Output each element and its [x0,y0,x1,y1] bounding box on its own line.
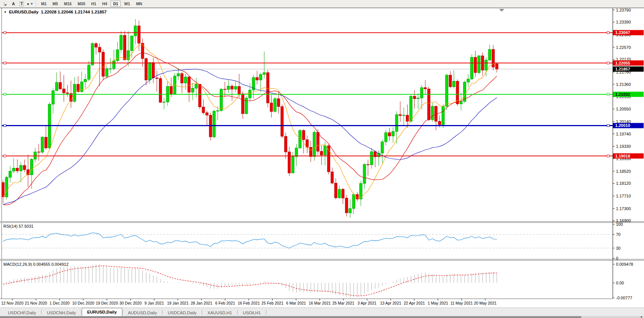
candle-body [470,57,473,79]
date-axis-label: 21 Nov 2020 [25,301,47,305]
collapse-chart-icon[interactable]: ▼ [4,10,7,14]
moving-average-ma-mid[interactable] [3,53,497,205]
hline-anchor[interactable] [4,155,6,157]
candle-body [152,63,155,78]
rsi-axis-label: 100 [616,222,623,227]
candle-body [216,110,219,111]
date-axis-label: 19 Dec 2020 [96,301,118,305]
date-axis-label: 22 Apr 2021 [404,301,425,305]
rsi-axis-label: 70 [616,232,620,237]
timeframe-button-m5[interactable]: M5 [50,1,61,7]
scrollbar-thumb[interactable] [0,316,581,318]
candle-body [95,44,97,47]
tab-divider [123,310,123,315]
hline-anchor[interactable] [607,62,609,64]
macd-axis-label: 0.009478 [616,262,633,266]
candle-body [87,65,90,80]
price-axis-label: 1.18520 [616,169,631,174]
scrollbar-left-arrow-icon[interactable]: ◄ [640,315,643,318]
candle-body [467,79,470,82]
timeframe-button-m1[interactable]: M1 [38,1,49,7]
macd-axis-label: 0.00 [616,281,624,285]
candle-body [55,82,58,91]
timeframe-button-m30[interactable]: M30 [75,1,88,7]
candle-body [62,89,65,93]
candle-body [130,36,133,50]
text-tool-button[interactable]: T [18,1,26,7]
candle-body [417,98,419,99]
price-axis-label: 1.19330 [616,144,631,149]
rsi-axis-label: 30 [616,246,620,250]
candle-body [66,93,69,94]
timeframe-button-h4[interactable]: H4 [100,1,110,7]
candle-body [113,61,115,69]
candle-body [295,148,298,156]
candle-body [120,35,123,50]
date-axis-label: 30 Dec 2020 [120,301,142,305]
candle-body [370,152,373,165]
symbol-tab-usdcnh[interactable]: USDCNH,Daily [42,309,81,317]
price-axis-label: 1.22570 [616,45,631,50]
chart-title: ▼EURUSD,Daily 1.22028 1.22046 1.21744 1.… [4,10,106,14]
hline-anchor[interactable] [4,31,6,34]
timeframe-button-d1[interactable]: D1 [111,1,121,7]
symbol-tab-usoil[interactable]: USOil,H1 [238,309,266,317]
candle-body [309,147,312,157]
fibonacci-tool-button[interactable]: F [1,1,9,7]
date-axis-label: 1 May 2021 [428,301,448,305]
arrow-tools-button[interactable]: ►▼ [26,1,34,7]
candle-body [45,137,47,148]
candle-body [438,121,441,125]
price-axis-label: 1.23790 [616,8,631,12]
candle-body [41,137,44,152]
candle-body [428,89,430,120]
symbol-tab-usdcad[interactable]: USDCAD,Daily [163,309,201,317]
timeframe-button-w1[interactable]: W1 [121,1,133,7]
candle-body [52,91,55,104]
hline-anchor[interactable] [4,93,6,96]
candle-body [181,74,183,83]
candle-body [9,171,12,177]
horizontal-scrollbar[interactable]: ◄ [0,316,644,318]
timeframe-button-h1[interactable]: H1 [89,1,99,7]
candle-body [306,140,309,147]
symbol-tab-usdchf[interactable]: USDCHF,Daily [3,309,41,317]
candle-body [134,26,137,36]
candle-body [331,172,334,183]
candle-body [281,107,284,137]
candle-body [385,132,387,142]
hline-anchor[interactable] [4,62,6,64]
chart-canvas[interactable]: 1.237901.233901.229801.225701.221701.217… [0,0,644,318]
timeframe-group: M1M5M15M30H1H4D1W1MN [38,1,145,7]
symbol-tab-eurusd[interactable]: EURUSD,Daily [82,308,122,317]
timeframe-button-mn[interactable]: MN [133,1,145,7]
candle-body [342,189,344,198]
candle-body [170,87,173,94]
candle-body [284,136,287,152]
price-axis-label: 1.17300 [616,206,631,211]
candle-body [19,165,22,171]
candle-body [381,142,384,153]
hline-anchor[interactable] [607,124,609,127]
candle-body [399,115,402,116]
candle-body [73,84,76,102]
svg-text:1.21032: 1.21032 [615,92,630,97]
candle-body [496,64,498,69]
date-axis-label: 25 Mar 2021 [332,301,354,305]
svg-text:1.19018: 1.19018 [615,154,630,158]
chevron-down-icon[interactable]: ▼ [30,2,33,6]
symbol-tab-xauusd[interactable]: XAUUSD,H1 [202,309,237,317]
tab-divider [237,310,238,315]
rsi-indicator-label: RSI(14) 57.5031 [3,224,34,228]
hline-anchor[interactable] [607,93,609,96]
candle-body [91,44,94,65]
candle-body [263,73,266,75]
text-label-tool-button[interactable]: A [9,1,18,7]
hline-anchor[interactable] [607,31,609,34]
symbol-tab-audusd[interactable]: AUDUSD,Daily [123,309,162,317]
hline-anchor[interactable] [4,124,6,127]
date-axis-label: 3 Apr 2021 [357,301,377,305]
candle-body [352,194,355,209]
hline-anchor[interactable] [607,155,609,157]
timeframe-button-m15[interactable]: M15 [61,1,74,7]
